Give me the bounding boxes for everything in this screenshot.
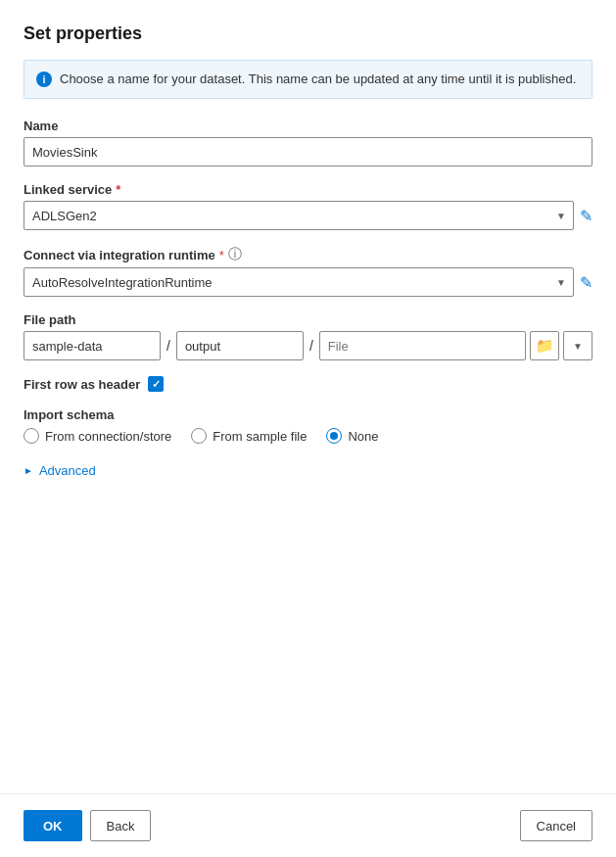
integration-runtime-select-wrapper: AutoResolveIntegrationRuntime ▼ <box>24 267 574 297</box>
back-button[interactable]: Back <box>90 810 152 841</box>
info-icon: i <box>36 71 52 87</box>
integration-runtime-required: * <box>219 248 224 262</box>
linked-service-edit-icon[interactable]: ✎ <box>580 207 592 225</box>
ok-button[interactable]: OK <box>24 810 82 841</box>
name-label: Name <box>24 119 592 133</box>
info-banner: i Choose a name for your dataset. This n… <box>24 60 592 99</box>
import-schema-none-radio[interactable] <box>326 428 342 444</box>
first-row-header-label: First row as header <box>24 377 140 392</box>
linked-service-label: Linked service * <box>24 182 592 197</box>
import-schema-sample-option[interactable]: From sample file <box>191 428 307 444</box>
advanced-label: Advanced <box>39 463 96 478</box>
name-input[interactable] <box>24 137 592 167</box>
first-row-header-group: First row as header ✓ <box>24 376 592 392</box>
file-path-segment1-input[interactable] <box>24 331 161 360</box>
integration-runtime-info-icon[interactable]: ⓘ <box>228 246 242 263</box>
import-schema-label: Import schema <box>24 407 592 422</box>
file-path-group: File path / / 📁 ▼ <box>24 312 592 360</box>
import-schema-sample-label: From sample file <box>213 429 307 444</box>
checkmark-icon: ✓ <box>152 378 161 391</box>
info-banner-text: Choose a name for your dataset. This nam… <box>60 71 576 88</box>
integration-runtime-label: Connect via integration runtime <box>24 248 215 262</box>
import-schema-connection-radio[interactable] <box>24 428 39 444</box>
footer: OK Back Cancel <box>0 793 616 857</box>
import-schema-connection-option[interactable]: From connection/store <box>24 428 171 444</box>
file-path-segment3-input[interactable] <box>319 331 526 360</box>
import-schema-radio-group: From connection/store From sample file N… <box>24 428 592 444</box>
linked-service-required: * <box>116 182 120 197</box>
integration-runtime-group: Connect via integration runtime * ⓘ Auto… <box>24 246 592 297</box>
import-schema-sample-radio[interactable] <box>191 428 207 444</box>
import-schema-none-label: None <box>348 429 378 444</box>
import-schema-none-option[interactable]: None <box>326 428 378 444</box>
name-field-group: Name <box>24 119 592 167</box>
import-schema-group: Import schema From connection/store From… <box>24 407 592 444</box>
linked-service-group: Linked service * ADLSGen2 ▼ ✎ <box>24 182 592 230</box>
linked-service-select-wrapper: ADLSGen2 ▼ <box>24 201 574 230</box>
file-path-dropdown-button[interactable]: ▼ <box>563 331 592 360</box>
advanced-chevron-icon: ► <box>24 465 33 476</box>
file-path-slash2: / <box>308 338 315 354</box>
integration-runtime-select[interactable]: AutoResolveIntegrationRuntime <box>24 267 574 297</box>
first-row-header-checkbox[interactable]: ✓ <box>148 376 164 392</box>
import-schema-connection-label: From connection/store <box>45 429 171 444</box>
import-schema-none-radio-inner <box>330 432 338 440</box>
file-path-label: File path <box>24 312 592 327</box>
linked-service-select[interactable]: ADLSGen2 <box>24 201 574 230</box>
file-path-browse-button[interactable]: 📁 <box>530 331 559 360</box>
advanced-section[interactable]: ► Advanced <box>24 463 592 478</box>
page-title: Set properties <box>24 24 592 44</box>
file-path-slash1: / <box>165 338 172 354</box>
file-path-segment2-input[interactable] <box>176 331 304 360</box>
cancel-button[interactable]: Cancel <box>520 810 592 841</box>
integration-runtime-edit-icon[interactable]: ✎ <box>580 273 592 292</box>
